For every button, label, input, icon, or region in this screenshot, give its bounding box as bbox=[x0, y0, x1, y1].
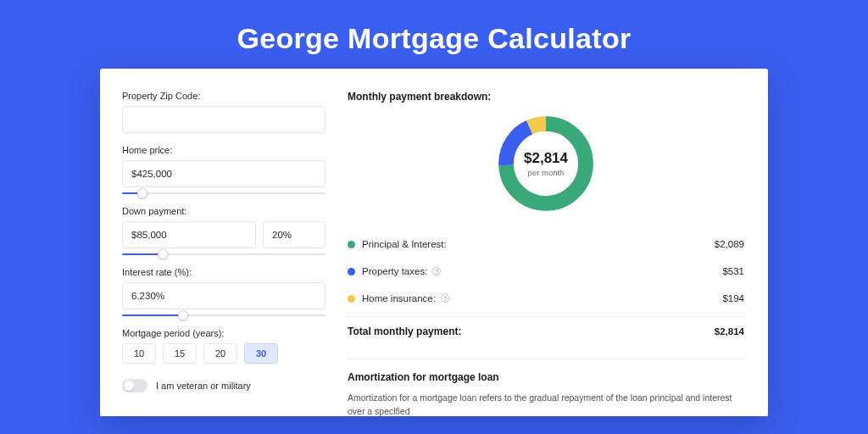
legend-value-tax: $531 bbox=[722, 266, 744, 276]
dot-green-icon bbox=[348, 241, 355, 248]
legend-label-ins: Home insurance: bbox=[362, 293, 436, 303]
legend-label-tax: Property taxes: bbox=[362, 266, 427, 276]
calculator-card: Property Zip Code: Home price: Down paym… bbox=[100, 69, 768, 416]
interest-rate-slider-fill bbox=[122, 314, 183, 316]
mortgage-period-field: Mortgage period (years): 10 15 20 30 bbox=[122, 328, 326, 364]
down-payment-slider-fill bbox=[122, 253, 163, 255]
legend-row-ins: Home insurance: ? $194 bbox=[348, 286, 744, 311]
legend-label-pi: Principal & Interest: bbox=[362, 239, 447, 249]
mortgage-period-30[interactable]: 30 bbox=[244, 343, 278, 364]
home-price-input[interactable] bbox=[122, 160, 326, 187]
breakdown-title: Monthly payment breakdown: bbox=[348, 91, 744, 103]
down-payment-slider-thumb[interactable] bbox=[158, 249, 168, 259]
veteran-toggle[interactable] bbox=[122, 379, 147, 392]
form-column: Property Zip Code: Home price: Down paym… bbox=[122, 91, 326, 416]
down-payment-amount-input[interactable] bbox=[122, 221, 256, 248]
breakdown-column: Monthly payment breakdown: $2,814 per mo… bbox=[348, 91, 744, 416]
toggle-knob-icon bbox=[124, 381, 134, 391]
info-icon[interactable]: ? bbox=[432, 267, 441, 275]
donut-center: $2,814 per month bbox=[493, 111, 598, 216]
mortgage-period-10[interactable]: 10 bbox=[122, 343, 156, 364]
legend-row-tax: Property taxes: ? $531 bbox=[348, 259, 744, 284]
veteran-label: I am veteran or military bbox=[156, 381, 251, 391]
interest-rate-slider-thumb[interactable] bbox=[178, 310, 188, 320]
donut-chart-wrap: $2,814 per month bbox=[348, 111, 744, 216]
veteran-row: I am veteran or military bbox=[122, 379, 326, 392]
page-title: George Mortgage Calculator bbox=[0, 0, 868, 69]
info-icon[interactable]: ? bbox=[441, 294, 449, 303]
legend: Principal & Interest: $2,089 Property ta… bbox=[348, 231, 744, 345]
legend-row-pi: Principal & Interest: $2,089 bbox=[348, 231, 744, 257]
interest-rate-field: Interest rate (%): bbox=[122, 267, 326, 309]
interest-rate-label: Interest rate (%): bbox=[122, 267, 326, 277]
dot-yellow-icon bbox=[348, 295, 355, 303]
mortgage-period-20[interactable]: 20 bbox=[203, 343, 237, 364]
legend-value-pi: $2,089 bbox=[715, 239, 744, 249]
mortgage-period-options: 10 15 20 30 bbox=[122, 343, 326, 364]
down-payment-field: Down payment: bbox=[122, 206, 326, 248]
home-price-field: Home price: bbox=[122, 145, 326, 187]
down-payment-label: Down payment: bbox=[122, 206, 326, 216]
mortgage-period-15[interactable]: 15 bbox=[163, 343, 197, 364]
donut-center-amount: $2,814 bbox=[524, 150, 568, 167]
dot-blue-icon bbox=[348, 268, 355, 275]
amortization-title: Amortization for mortgage loan bbox=[348, 371, 744, 383]
down-payment-pct-input[interactable] bbox=[263, 221, 326, 248]
home-price-slider-track bbox=[122, 192, 326, 194]
zip-label: Property Zip Code: bbox=[122, 91, 326, 101]
amortization-text: Amortization for a mortgage loan refers … bbox=[348, 392, 744, 416]
interest-rate-input[interactable] bbox=[122, 282, 326, 309]
mortgage-period-label: Mortgage period (years): bbox=[122, 328, 326, 338]
donut-chart: $2,814 per month bbox=[493, 111, 598, 216]
donut-center-sub: per month bbox=[528, 168, 565, 177]
home-price-label: Home price: bbox=[122, 145, 326, 155]
zip-field: Property Zip Code: bbox=[122, 91, 326, 133]
legend-value-ins: $194 bbox=[722, 293, 744, 303]
legend-total-label: Total monthly payment: bbox=[348, 326, 461, 337]
home-price-slider-thumb[interactable] bbox=[137, 188, 147, 198]
legend-total-row: Total monthly payment: $2,814 bbox=[348, 316, 744, 345]
legend-total-value: $2,814 bbox=[715, 326, 744, 337]
amortization-section: Amortization for mortgage loan Amortizat… bbox=[348, 359, 744, 416]
zip-input[interactable] bbox=[122, 106, 326, 133]
